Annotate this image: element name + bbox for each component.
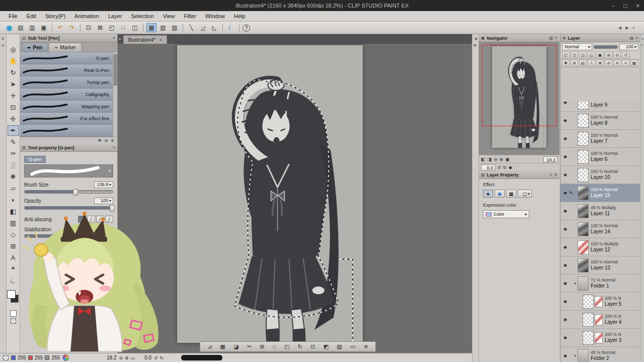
layer-row[interactable]: ◉ 100 % Normal Layer 9 [560,102,640,112]
effect-button[interactable]: ◻ [518,190,532,198]
command-icon[interactable]: ⊡ [84,23,94,32]
command-icon[interactable]: ? [243,24,250,32]
tool-button[interactable]: ❝ [8,264,19,275]
layer-row[interactable]: ◉ ▼ 45 % Normal Folder 2 [560,347,640,362]
layer-thumbnail[interactable] [578,150,589,164]
window-control-button[interactable]: ▢ [623,3,627,9]
tool-button[interactable]: ↻ [8,67,19,78]
tab-menu-icon[interactable]: ▸ [119,37,121,41]
panel-header-icon[interactable]: ✕ [554,172,557,177]
effect-button[interactable]: ● [483,190,493,198]
layer-row[interactable]: ◉ 100 % N Layer 4 [560,311,640,329]
layer-command-icon[interactable]: ⊘ [605,60,612,66]
tool-button[interactable]: ❋ [8,171,19,182]
color-profile-globe-icon[interactable] [62,354,69,361]
layer-command-icon[interactable]: ✕ [613,60,621,66]
navigator-rotate-icon[interactable]: ◆ [509,165,512,170]
navigator-rotate-icon[interactable]: ↺ [497,165,501,170]
command-icon[interactable] [239,24,239,32]
menu-item[interactable]: View [158,12,180,21]
window-control-button[interactable]: – [612,3,615,9]
layer-row[interactable]: ◉ 100 % Multiply Layer 12 [560,238,640,256]
brush-list-scrollbar[interactable] [113,52,117,137]
launcher-icon[interactable]: ▭ [350,343,355,350]
layer-thumbnail[interactable] [583,313,594,327]
layer-command-icon[interactable]: ▤ [579,60,587,66]
layer-thumbnail[interactable] [578,204,589,218]
launcher-icon[interactable]: ⊞ [260,343,264,350]
zoom-control-icon[interactable]: ⊕ [125,355,129,360]
dock-toggle-icon[interactable]: ▶ [625,26,628,30]
navigator-rotate-icon[interactable]: ↻ [503,165,507,170]
layer-command-icon[interactable]: ⇩ [588,60,595,66]
launcher-icon[interactable]: ↻ [298,343,302,350]
layer-thumbnail[interactable] [578,114,589,128]
navigator-zoom-value[interactable]: 18.2 [543,156,557,162]
layer-thumbnail[interactable] [583,295,594,309]
layer-command-icon[interactable]: ▦ [630,60,638,66]
navigator-zoom-icon[interactable]: ⊕ [500,157,504,162]
command-icon[interactable]: ╲ [186,23,196,32]
launcher-icon[interactable]: ▨ [337,343,342,350]
zoom-control-icon[interactable]: ⊖ [119,355,123,360]
effect-button[interactable]: ▦ [506,190,516,198]
navigator-preview[interactable] [479,42,559,155]
folder-expand-arrow[interactable]: ▼ [574,282,578,285]
layer-thumbnail[interactable] [578,277,589,291]
property-slider[interactable] [24,206,113,210]
layer-thumbnail[interactable] [578,240,589,254]
tool-button[interactable]: A [8,252,19,263]
navigator-zoom-icon[interactable]: ▣ [505,157,510,162]
anti-aliasing-option[interactable]: ╱ [87,216,95,223]
layer-extra-thumbnail[interactable] [595,296,603,307]
command-icon[interactable]: ◉ [4,23,14,32]
canvas-tab[interactable]: Illustration4* ✕ [123,35,167,44]
tool-button[interactable]: ░ [8,160,19,170]
main-color-swatch[interactable] [7,290,16,299]
command-icon[interactable]: ∷ [118,23,128,32]
rotate-control-icon[interactable]: ↻ [160,355,164,360]
folder-expand-arrow[interactable]: ▼ [574,354,578,357]
visibility-eye-icon[interactable]: ◉ [561,299,569,304]
visibility-eye-icon[interactable]: ◉ [561,209,569,213]
command-icon[interactable]: ◰ [107,23,117,32]
slider-knob[interactable] [52,233,57,240]
visibility-eye-icon[interactable]: ◉ [561,154,569,159]
tool-button[interactable]: ✒ [8,125,19,136]
layer-command-icon[interactable]: ◳ [571,52,578,58]
sub-tool-footer-icon[interactable]: ✚ [98,138,102,143]
dock-toggle-icon[interactable]: ◀ [618,26,621,30]
layer-thumbnail[interactable] [578,186,589,200]
sub-tool-tab[interactable]: ✒ Pen [22,43,48,52]
dock-handle-icon[interactable]: ⊞ [2,37,5,41]
expression-color-select[interactable]: Color [483,210,529,218]
layer-command-icon[interactable]: ⊞ [605,52,612,58]
tool-button[interactable]: ◗ [8,195,19,205]
layer-command-icon[interactable]: ⊞ [571,60,578,66]
panel-header-icon[interactable]: ≡ [635,36,638,40]
menu-item[interactable]: Help [229,12,250,21]
visibility-eye-icon[interactable]: ◉ [561,172,569,177]
window-control-button[interactable]: ✕ [636,3,640,9]
layer-thumbnail[interactable] [578,102,589,110]
layer-command-icon[interactable]: ⊟ [613,52,621,58]
visibility-eye-icon[interactable]: ◉ [561,227,569,231]
layer-row[interactable]: ◉ 100 % Normal Layer 8 [560,112,640,130]
command-icon[interactable] [183,24,183,32]
layer-thumbnail[interactable] [578,222,589,236]
anti-aliasing-option[interactable]: ╱ [105,216,113,223]
command-icon[interactable]: ⊠ [95,23,105,32]
tool-button[interactable]: ◇ [8,229,19,240]
layer-command-icon[interactable]: ✚ [562,60,570,66]
tool-button[interactable]: ✛ [8,90,19,101]
launcher-icon[interactable]: ▦ [220,343,225,350]
dock-handle-icon[interactable]: ⊟ [2,44,5,48]
command-icon[interactable] [143,24,143,32]
tab-close-icon[interactable]: ✕ [159,38,163,42]
layer-command-icon[interactable]: ▣ [596,52,604,58]
navigator-zoom-icon[interactable]: ◨ [488,157,492,162]
tool-button[interactable]: ▱ [8,183,19,194]
stabilization-slider[interactable] [24,234,113,238]
visibility-eye-icon[interactable]: ◉ [561,335,569,340]
command-icon[interactable]: ▤ [16,23,26,32]
